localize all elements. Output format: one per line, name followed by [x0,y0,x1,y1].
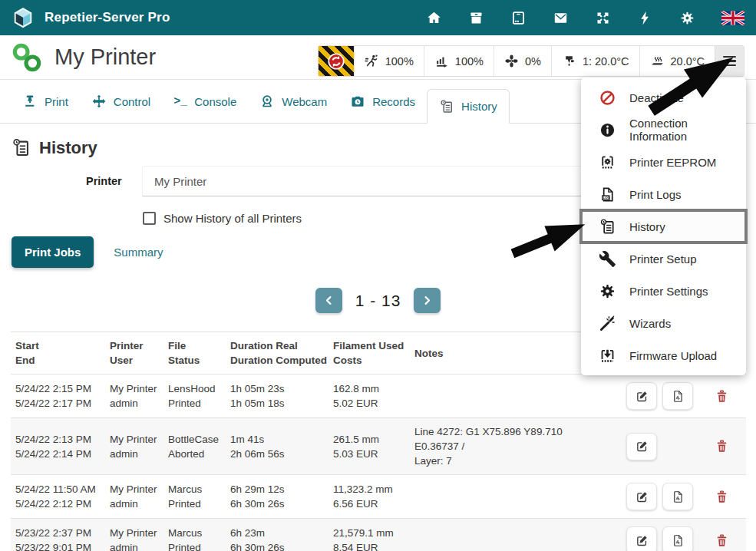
table-row: 5/23/22 2:37 PM5/23/22 9:01 PM My Printe… [11,519,746,551]
tab-console[interactable]: >_ Console [162,80,248,123]
print-jobs-button[interactable]: Print Jobs [12,236,94,268]
emergency-stop-button[interactable] [319,46,354,76]
menu-item-printer-settings[interactable]: Printer Settings [581,275,746,307]
tab-records[interactable]: Records [338,80,427,123]
heated-bed-icon [650,54,665,68]
svg-text:LOG: LOG [603,196,611,200]
archive-icon[interactable] [468,10,484,26]
tab-history[interactable]: History [427,89,510,124]
fan-status[interactable]: 0% [494,46,551,76]
printer-select-label: Printer [86,175,122,187]
col-printer: Printer [110,338,162,353]
bolt-icon[interactable] [637,10,653,26]
menu-item-print-logs[interactable]: LOG Print Logs [581,178,746,210]
control-arrows-icon [91,94,107,109]
printer-select-value: My Printer [154,175,206,188]
col-duration-computed: Duration Computed [230,353,327,368]
expand-icon[interactable] [595,10,611,26]
page-title: History [39,138,97,158]
tablet-icon[interactable] [510,10,527,26]
summary-button[interactable]: Summary [101,236,175,268]
eeprom-chip-icon [599,153,616,171]
printer-name: My Printer [54,45,156,70]
table-row: 5/24/22 2:15 PM5/24/22 2:17 PM My Printe… [11,374,746,418]
tab-records-label: Records [372,95,415,108]
wrench-icon [599,250,616,268]
settings-gear-icon[interactable] [679,10,695,26]
menu-item-wizards[interactable]: Wizards [581,307,746,339]
tab-webcam-label: Webcam [282,95,327,108]
tab-print-label: Print [45,95,68,108]
history-icon [11,137,31,158]
magic-wand-icon [599,315,616,332]
info-icon [599,121,616,139]
webcam-icon [259,94,275,109]
home-icon[interactable] [426,10,442,26]
edit-notes-button[interactable] [626,483,657,510]
table-row: 5/24/22 2:13 PM5/24/22 2:14 PM My Printe… [11,418,746,475]
firmware-upload-icon [599,347,616,365]
prev-page-button[interactable] [315,288,342,313]
tab-control[interactable]: Control [80,80,162,123]
col-file: File [168,338,224,353]
console-prompt-icon: >_ [173,95,187,108]
ban-icon [599,89,616,107]
flow-bars-icon [434,54,449,68]
edit-notes-button[interactable] [626,382,657,410]
menu-item-printer-eeprom[interactable]: Printer EEPROM [581,146,746,178]
menu-item-firmware-upload[interactable]: Firmware Upload [581,339,746,371]
flag-en-icon[interactable] [721,11,744,25]
col-duration-real: Duration Real [230,338,327,353]
col-notes: Notes [414,346,571,361]
col-filament: Filament Used [333,338,408,353]
next-page-button[interactable] [414,288,441,313]
flow-status[interactable]: 100% [424,46,494,76]
show-all-label: Show History of all Printers [163,212,302,225]
flow-value: 100% [455,55,484,68]
top-navbar: Repetier-Server Pro [0,0,756,35]
extruder-temp-status[interactable]: 1: 20.0°C [551,46,639,76]
extruder-temp-value: 1: 20.0°C [583,55,629,68]
gear-icon [599,282,616,300]
menu-item-history[interactable]: History [581,210,746,243]
annotation-arrow-history-item [506,207,593,270]
mail-icon[interactable] [553,10,569,26]
fan-value: 0% [525,55,541,68]
history-icon [599,218,616,236]
page-range: 1 - 13 [355,292,401,310]
repetier-logo-icon[interactable] [12,6,35,29]
col-user: User [110,353,162,368]
show-all-checkbox[interactable] [143,212,156,225]
print-nozzle-icon [22,94,38,109]
tab-control-label: Control [114,95,150,108]
history-icon [439,99,454,114]
tab-console-label: Console [194,95,236,108]
pdf-report-button[interactable] [662,382,693,410]
col-start: Start [15,338,104,353]
delete-entry-button[interactable] [715,533,729,548]
tab-webcam[interactable]: Webcam [248,80,338,123]
fan-icon [504,54,519,68]
table-row: 5/24/22 11:50 AM5/24/22 2:12 PM My Print… [11,475,746,519]
pdf-report-button[interactable] [662,526,693,551]
pdf-report-button[interactable] [662,483,693,510]
connected-chain-icon [12,42,42,73]
speed-value: 100% [385,55,414,68]
delete-entry-button[interactable] [715,439,729,454]
col-costs: Costs [333,353,408,368]
col-status: Status [168,353,224,368]
history-heading: History [11,137,97,158]
edit-notes-button[interactable] [626,433,657,460]
log-file-icon: LOG [599,186,616,203]
delete-entry-button[interactable] [715,389,729,404]
delete-entry-button[interactable] [715,490,729,504]
show-all-printers-row[interactable]: Show History of all Printers [143,212,302,225]
speed-status[interactable]: 100% [354,46,424,76]
app-title: Repetier-Server Pro [45,10,170,25]
extruder-icon [562,54,576,68]
tab-print[interactable]: Print [11,80,80,123]
tab-history-label: History [461,100,497,113]
records-camera-icon [350,94,365,109]
edit-notes-button[interactable] [626,526,657,551]
menu-item-printer-setup[interactable]: Printer Setup [581,243,746,275]
